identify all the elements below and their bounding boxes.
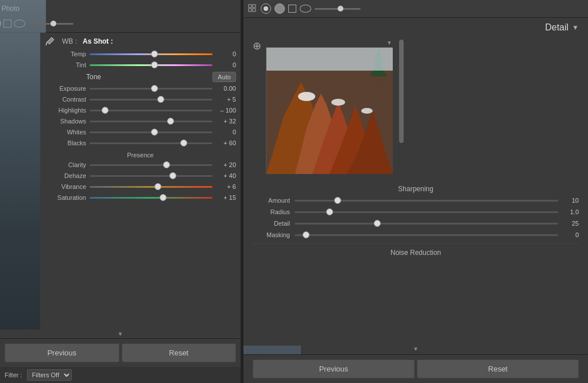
vibrance-track: [90, 186, 212, 188]
right-previous-button[interactable]: Previous: [253, 359, 415, 378]
masking-slider[interactable]: [295, 231, 558, 239]
whites-value: 0: [216, 129, 236, 136]
clarity-track: [90, 164, 212, 166]
temp-track: [90, 53, 212, 55]
adjust-scroll[interactable]: WB : As Shot : Temp 0 Tint: [40, 33, 241, 330]
tool-slider-track: [28, 23, 74, 25]
dehaze-slider[interactable]: [90, 172, 212, 180]
presence-section: Presence: [45, 152, 236, 158]
right-circle-tool[interactable]: [261, 3, 271, 14]
filter-row: Filter : Filters Off: [0, 367, 241, 383]
shadows-thumb: [167, 118, 174, 125]
right-grid-icon[interactable]: [248, 4, 257, 13]
right-toolbar: [243, 0, 588, 18]
auto-button[interactable]: Auto: [212, 72, 236, 82]
shadows-value: + 32: [216, 118, 236, 125]
clarity-slider[interactable]: [90, 161, 212, 169]
exposure-track: [90, 88, 212, 90]
dehaze-thumb: [169, 172, 176, 179]
crosshair-icon[interactable]: ⊕: [253, 40, 261, 52]
temp-thumb: [151, 51, 158, 57]
blacks-thumb: [180, 140, 187, 146]
whites-row: Whites 0: [45, 128, 236, 136]
exposure-value: 0.00: [216, 85, 236, 92]
masking-value: 0: [563, 231, 579, 238]
right-reset-button[interactable]: Reset: [417, 359, 579, 378]
svg-point-17: [361, 108, 373, 114]
temp-value: 0: [216, 51, 236, 57]
blacks-row: Blacks + 60: [45, 139, 236, 147]
left-previous-button[interactable]: Previous: [5, 343, 119, 362]
contrast-track: [90, 99, 212, 100]
left-reset-button[interactable]: Reset: [122, 343, 237, 362]
amount-row: Amount 10: [253, 196, 579, 204]
right-scrollbar[interactable]: [399, 40, 404, 143]
left-photo-bg: [0, 0, 46, 383]
contrast-row: Contrast + 5: [45, 95, 236, 103]
whites-slider[interactable]: [90, 128, 212, 136]
noise-reduction-title: Noise Reduction: [253, 243, 579, 257]
vibrance-slider[interactable]: [90, 183, 212, 191]
right-bottom-buttons: Previous Reset: [253, 359, 579, 378]
vibrance-label: Vibrance: [45, 183, 86, 190]
svg-line-4: [46, 42, 47, 45]
amount-thumb: [334, 197, 341, 204]
highlights-slider[interactable]: [90, 106, 212, 114]
right-panel: Detail ▼ ⊕ ▼: [243, 0, 588, 383]
shadows-track: [90, 121, 212, 122]
right-tool-slider[interactable]: [315, 8, 361, 10]
detail-slider[interactable]: [295, 219, 558, 227]
blacks-slider[interactable]: [90, 139, 212, 147]
right-content: Detail ▼ ⊕ ▼: [243, 0, 588, 383]
temp-row: Temp 0: [45, 50, 236, 58]
saturation-track: [90, 197, 212, 199]
wb-value: As Shot :: [83, 37, 113, 45]
detail-preview-image: [266, 47, 392, 173]
whites-track: [90, 131, 212, 133]
detail-title: Detail: [545, 22, 568, 33]
clarity-thumb: [163, 161, 170, 168]
dehaze-row: Dehaze + 40: [45, 172, 236, 180]
detail-label: Detail: [253, 220, 290, 227]
amount-slider[interactable]: [295, 196, 558, 204]
tone-header: Tone Auto: [45, 72, 236, 84]
vibrance-row: Vibrance + 6: [45, 183, 236, 191]
detail-thumb: [374, 220, 381, 227]
filter-select[interactable]: Filters Off: [27, 369, 72, 381]
masking-thumb: [303, 231, 310, 238]
exposure-thumb: [151, 85, 158, 92]
tone-label: Tone: [86, 73, 101, 81]
svg-rect-20: [377, 76, 380, 85]
tint-slider[interactable]: [90, 61, 212, 69]
svg-rect-7: [249, 9, 252, 11]
right-square-tool[interactable]: [288, 5, 296, 13]
wb-row: WB : As Shot :: [45, 36, 236, 47]
left-scroll-down[interactable]: ▼: [0, 330, 241, 338]
filter-label: Filter :: [5, 372, 22, 378]
right-oval-tool[interactable]: [300, 5, 311, 13]
detail-arrow: ▼: [572, 24, 579, 32]
dehaze-label: Dehaze: [45, 172, 86, 179]
contrast-slider[interactable]: [90, 95, 212, 103]
eyedropper-tool[interactable]: [45, 36, 55, 47]
preview-area: ⊕ ▼: [243, 35, 588, 178]
radius-slider[interactable]: [295, 208, 558, 216]
exposure-slider[interactable]: [90, 84, 212, 92]
tint-row: Tint 0: [45, 61, 236, 69]
shadows-row: Shadows + 32: [45, 117, 236, 125]
amount-value: 10: [563, 197, 579, 204]
whites-label: Whites: [45, 129, 86, 136]
temp-slider[interactable]: [90, 50, 212, 58]
blacks-value: + 60: [216, 140, 236, 146]
detail-header: Detail ▼: [243, 18, 588, 35]
right-filled-circle-tool[interactable]: [274, 3, 285, 14]
right-scroll-down[interactable]: ▼: [243, 346, 588, 352]
radius-row: Radius 1.0: [253, 208, 579, 216]
tool-slider[interactable]: [28, 23, 74, 25]
shadows-slider[interactable]: [90, 117, 212, 125]
svg-rect-21: [266, 48, 393, 71]
blacks-track: [90, 142, 212, 144]
masking-label: Masking: [253, 231, 290, 238]
sharpening-title: Sharpening: [253, 185, 579, 193]
saturation-slider[interactable]: [90, 194, 212, 202]
